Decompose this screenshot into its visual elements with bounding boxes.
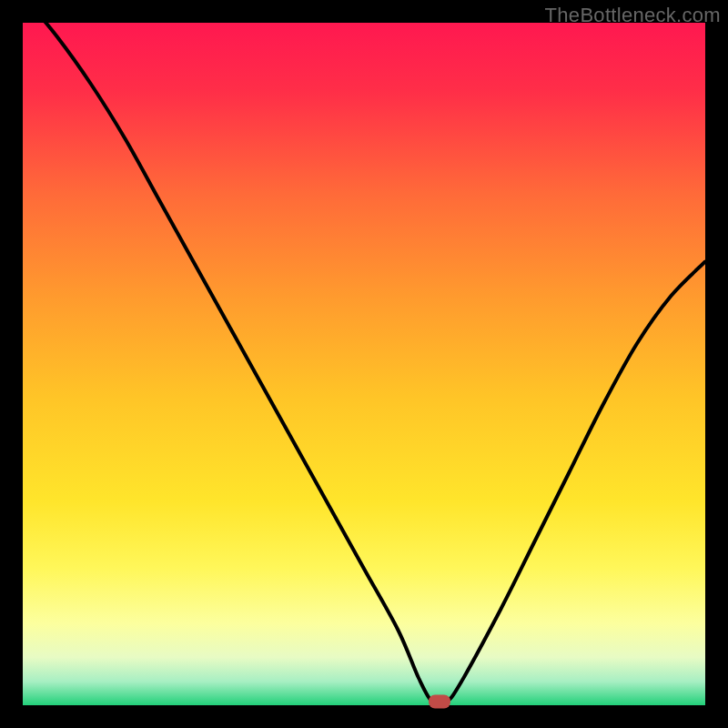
chart-frame: TheBottleneck.com [0, 0, 728, 728]
curve-layer [23, 23, 705, 705]
optimal-point-marker [429, 695, 450, 709]
bottleneck-curve [23, 23, 705, 704]
watermark-text: TheBottleneck.com [545, 4, 721, 27]
plot-area [23, 23, 705, 705]
